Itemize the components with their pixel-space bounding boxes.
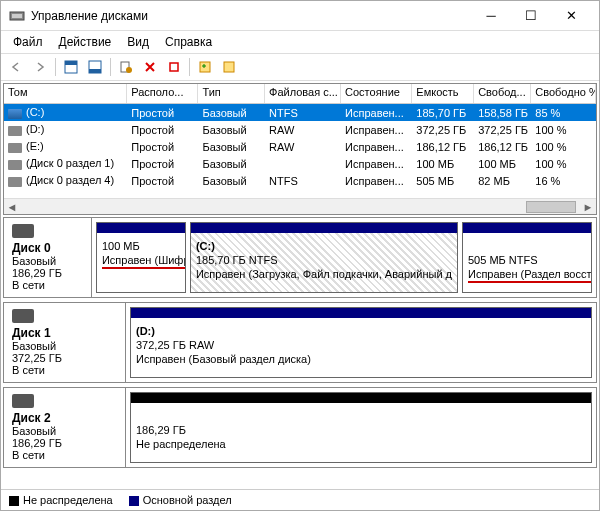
cell-fs: NTFS [265,174,341,188]
part-status: Не распределена [136,437,586,451]
cell-pct: 100 % [531,157,596,171]
th-cap[interactable]: Емкость [412,84,474,103]
disk-2-part-1[interactable]: 186,29 ГБ Не распределена [130,392,592,463]
disk-1-size: 372,25 ГБ [12,352,117,364]
disk-2-row[interactable]: Диск 2 Базовый 186,29 ГБ В сети 186,29 Г… [3,387,597,468]
delete-button[interactable] [139,56,161,78]
menu-help[interactable]: Справка [157,33,220,51]
table-header: Том Располо... Тип Файловая с... Состоян… [4,84,596,104]
cell-status: Исправен... [341,157,412,171]
horizontal-scrollbar[interactable]: ◄ ► [4,198,596,214]
legend-primary: Основной раздел [129,494,232,506]
disk-1-status: В сети [12,364,117,376]
back-button[interactable] [5,56,27,78]
part-size: 505 МБ NTFS [468,253,586,267]
view-top-button[interactable] [60,56,82,78]
cell-layout: Простой [127,140,198,154]
disk-0-type: Базовый [12,255,83,267]
cell-name: (D:) [4,122,127,136]
th-layout[interactable]: Располо... [127,84,198,103]
part-name: (C:) [196,239,452,253]
table-row[interactable]: (C:)ПростойБазовыйNTFSИсправен...185,70 … [4,104,596,121]
properties-button[interactable] [115,56,137,78]
cell-fs: RAW [265,140,341,154]
disk-2-label: Диск 2 Базовый 186,29 ГБ В сети [4,388,126,467]
cell-cap: 505 МБ [412,174,474,188]
cell-status: Исправен... [341,140,412,154]
cell-free: 186,12 ГБ [474,140,531,154]
cell-fs: NTFS [265,106,341,120]
menu-file[interactable]: Файл [5,33,51,51]
cell-name: (Диск 0 раздел 1) [4,156,127,170]
cell-fs: RAW [265,123,341,137]
cell-pct: 100 % [531,123,596,137]
scroll-right-icon[interactable]: ► [580,200,596,214]
th-fs[interactable]: Файловая с... [265,84,341,103]
cell-status: Исправен... [341,123,412,137]
scroll-left-icon[interactable]: ◄ [4,200,20,214]
forward-button[interactable] [29,56,51,78]
cell-fs [265,163,341,165]
disk-0-part-1[interactable]: 100 МБ Исправен (Шифр [96,222,186,293]
cell-layout: Простой [127,174,198,188]
volume-icon [8,160,22,170]
window-title: Управление дисками [31,9,471,23]
menu-view[interactable]: Вид [119,33,157,51]
legend: Не распределена Основной раздел [1,489,599,510]
table-row[interactable]: (Диск 0 раздел 4)ПростойБазовыйNTFSИспра… [4,172,596,189]
table-row[interactable]: (D:)ПростойБазовыйRAWИсправен...372,25 Г… [4,121,596,138]
cell-cap: 100 МБ [412,157,474,171]
drive-icon [12,309,34,323]
volume-icon [8,109,22,119]
disk-1-part-1[interactable]: (D:) 372,25 ГБ RAW Исправен (Базовый раз… [130,307,592,378]
volume-icon [8,143,22,153]
table-row[interactable]: (Диск 0 раздел 1)ПростойБазовыйИсправен.… [4,155,596,172]
svg-point-7 [126,67,132,73]
table-row[interactable]: (E:)ПростойБазовыйRAWИсправен...186,12 Г… [4,138,596,155]
svg-rect-5 [89,69,101,73]
maximize-button[interactable]: ☐ [511,2,551,30]
disk-2-size: 186,29 ГБ [12,437,117,449]
app-icon [9,8,25,24]
cell-free: 158,58 ГБ [474,106,531,120]
part-size: 186,29 ГБ [136,423,586,437]
menu-action[interactable]: Действие [51,33,120,51]
disk-map: Диск 0 Базовый 186,29 ГБ В сети 100 МБ И… [3,217,597,468]
svg-rect-1 [12,14,22,18]
th-status[interactable]: Состояние [341,84,412,103]
part-status: Исправен (Шифр [102,253,186,269]
disk-0-part-2[interactable]: (C:) 185,70 ГБ NTFS Исправен (Загрузка, … [190,222,458,293]
cell-layout: Простой [127,123,198,137]
svg-rect-9 [200,62,210,72]
disk-0-part-3[interactable]: 505 МБ NTFS Исправен (Раздел восстан [462,222,592,293]
rescan-button[interactable] [218,56,240,78]
cell-pct: 100 % [531,140,596,154]
minimize-button[interactable]: ─ [471,2,511,30]
cell-status: Исправен... [341,174,412,188]
cell-name: (C:) [4,105,127,119]
scroll-thumb[interactable] [526,201,576,213]
volumes-table[interactable]: Том Располо... Тип Файловая с... Состоян… [3,83,597,215]
cell-name: (E:) [4,139,127,153]
part-status: Исправен (Раздел восстан [468,267,592,283]
view-bottom-button[interactable] [84,56,106,78]
disk-0-row[interactable]: Диск 0 Базовый 186,29 ГБ В сети 100 МБ И… [3,217,597,298]
cell-cap: 186,12 ГБ [412,140,474,154]
th-free[interactable]: Свобод... [474,84,531,103]
part-size: 372,25 ГБ RAW [136,338,586,352]
legend-unallocated: Не распределена [9,494,113,506]
th-volume[interactable]: Том [4,84,127,103]
close-button[interactable]: ✕ [551,2,591,30]
disk-1-label: Диск 1 Базовый 372,25 ГБ В сети [4,303,126,382]
disk-0-label: Диск 0 Базовый 186,29 ГБ В сети [4,218,92,297]
th-pct[interactable]: Свободно % [531,84,596,103]
th-type[interactable]: Тип [198,84,265,103]
part-status: Исправен (Базовый раздел диска) [136,352,586,366]
mark-button[interactable] [163,56,185,78]
volume-icon [8,177,22,187]
disk-1-row[interactable]: Диск 1 Базовый 372,25 ГБ В сети (D:) 372… [3,302,597,383]
disk-2-status: В сети [12,449,117,461]
cell-name: (Диск 0 раздел 4) [4,173,127,187]
refresh-button[interactable] [194,56,216,78]
disk-1-name: Диск 1 [12,326,117,340]
